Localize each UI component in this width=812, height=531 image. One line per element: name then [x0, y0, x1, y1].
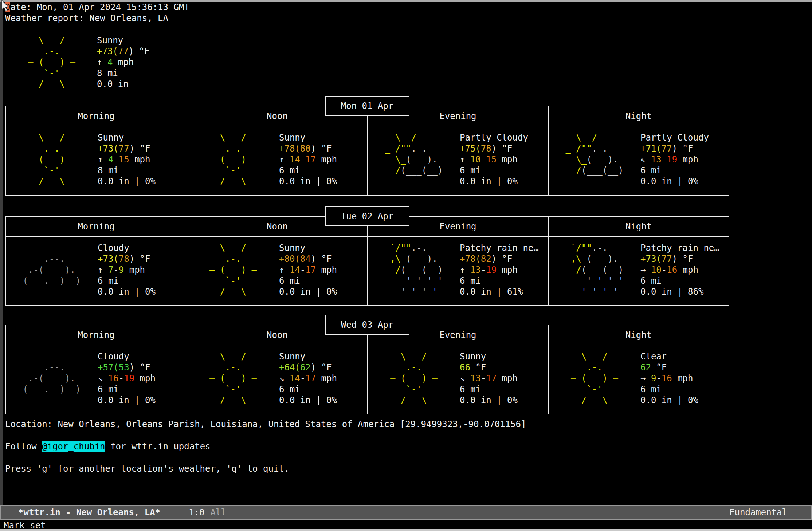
forecast-cell-evening: \ / .-. ― ( ) ― `-' / \Sunny66 °F↘ 13-17… — [367, 345, 548, 414]
temperature-text: 66 °F — [460, 362, 518, 373]
wind-text: ↘ 14-17 mph — [279, 373, 337, 384]
minibuffer-message: Mark set — [4, 520, 46, 531]
temperature-text: +64(62) °F — [279, 362, 337, 373]
temperature-text: +73(78) °F — [98, 253, 156, 264]
temperature-text: +75(78) °F — [460, 143, 528, 154]
condition-text: Sunny — [460, 351, 518, 362]
day-label-text: Mon 01 Apr — [341, 101, 394, 111]
condition-text: Clear — [640, 351, 698, 362]
forecast-cell-evening: _`/"".-. ,\_( ). /(___(__) ' ' ' ' ' ' '… — [367, 237, 548, 305]
visibility-text: 6 mi — [460, 275, 539, 286]
temperature-text: +78(80) °F — [279, 143, 337, 154]
major-mode-name[interactable]: Fundamental — [729, 507, 787, 518]
column-header-text: Evening — [439, 221, 476, 232]
emacs-frame: Date: Mon, 01 Apr 2024 15:36:13 GMT Weat… — [0, 0, 812, 531]
condition-text: Sunny — [279, 132, 337, 143]
forecast-cell-text: Sunny+80(84) °F↑ 14-17 mph6 mi0.0 in | 0… — [279, 243, 337, 305]
wind-text: ↘ 16-19 mph — [98, 373, 156, 384]
wind-text: ↑ 10-15 mph — [460, 154, 528, 165]
condition-text: Cloudy — [98, 351, 156, 362]
visibility-text: 8 mi — [98, 165, 156, 176]
temperature-text: +73(77) °F — [640, 253, 719, 264]
forecast-cell-text: Patchy rain ne…+78(82) °F↑ 13-19 mph6 mi… — [460, 243, 539, 305]
wind-text: ↑ 4-15 mph — [98, 154, 156, 165]
column-header-night: Night — [548, 217, 729, 236]
column-header-morning: Morning — [6, 325, 187, 345]
forecast-cell-night: \ / .-. ― ( ) ― `-' / \Clear62 °F→ 9-16 … — [548, 345, 729, 414]
weather-icon-sunny: \ / .-. ― ( ) ― `-' / \ — [6, 132, 98, 195]
column-header-text: Noon — [267, 221, 288, 232]
weather-icon-sunny: \ / .-. ― ( ) ― `-' / \ — [17, 35, 75, 90]
emacs-mode-line[interactable]: *wttr.in - New Orleans, LA* 1:0 All Fund… — [0, 505, 812, 520]
wind-text: ↑ 14-17 mph — [279, 154, 337, 165]
forecast-cell-text: Cloudy+73(78) °F↑ 7-9 mph6 mi0.0 in | 0% — [98, 243, 156, 305]
keybinding-hint-line: Press 'g' for another location's weather… — [5, 463, 289, 474]
forecast-cell-morning: .--. .-( ). (___.__)__) Cloudy+73(78) °F… — [6, 237, 187, 305]
day-label-text: Tue 02 Apr — [341, 211, 394, 222]
forecast-cell-text: Sunny+64(62) °F↘ 14-17 mph6 mi0.0 in | 0… — [279, 351, 337, 414]
condition-text: Partly Cloudy — [640, 132, 709, 143]
visibility-text: 6 mi — [98, 275, 156, 286]
wind-text: ↑ 13-19 mph — [460, 264, 539, 275]
forecast-cell-text: Sunny+73(77) °F↑ 4-15 mph8 mi0.0 in | 0% — [98, 132, 156, 195]
column-header-night: Night — [548, 106, 729, 126]
weather-icon-sunny: \ / .-. ― ( ) ― `-' / \ — [187, 351, 279, 414]
precipitation-text: 0.0 in | 0% — [279, 395, 337, 406]
wind-text: ↖ 13-19 mph — [640, 154, 709, 165]
forecast-cell-noon: \ / .-. ― ( ) ― `-' / \Sunny+64(62) °F↘ … — [187, 345, 367, 414]
forecast-cell-morning: .--. .-( ). (___.__)__) Cloudy+57(53) °F… — [6, 345, 187, 414]
visibility-text: 6 mi — [98, 384, 156, 395]
wind-text: → 10-16 mph — [640, 264, 719, 275]
wind-text: → 9-16 mph — [640, 373, 698, 384]
window-bottom-edge — [0, 529, 812, 531]
weather-icon-partly: \ / _ /"".-. \_( ). /(___(__) — [368, 132, 460, 195]
weather-icon-rain: _`/"".-. ,\_( ). /(___(__) ' ' ' ' ' ' '… — [549, 243, 640, 305]
temperature-text: +80(84) °F — [279, 253, 337, 264]
forecast-cell-morning: \ / .-. ― ( ) ― `-' / \Sunny+73(77) °F↑ … — [6, 126, 187, 195]
temperature-text: 62 °F — [640, 362, 698, 373]
column-header-text: Evening — [439, 111, 476, 122]
weather-icon-rain: _`/"".-. ,\_( ). /(___(__) ' ' ' ' ' ' '… — [368, 243, 460, 305]
forecast-cell-noon: \ / .-. ― ( ) ― `-' / \Sunny+80(84) °F↑ … — [187, 237, 367, 305]
forecast-cell-text: Partly Cloudy+75(78) °F↑ 10-15 mph6 mi0.… — [460, 132, 528, 195]
column-header-text: Evening — [439, 330, 476, 341]
precipitation-text: 0.0 in | 61% — [460, 286, 539, 297]
cursor-position: 1:0 — [189, 507, 204, 518]
forecast-table-wed-03-apr: Wed 03 AprMorningNoonEveningNight .--. .… — [5, 324, 729, 414]
weather-icon-partly: \ / _ /"".-. \_( ). /(___(__) — [549, 132, 640, 195]
buffer-name[interactable]: *wttr.in - New Orleans, LA* — [18, 507, 160, 518]
precipitation-text: 0.0 in | 0% — [98, 176, 156, 187]
condition-text: Patchy rain ne… — [640, 243, 719, 253]
condition-text: Patchy rain ne… — [460, 243, 539, 253]
day-label-text: Wed 03 Apr — [341, 319, 394, 330]
forecast-cell-text: Patchy rain ne…+73(77) °F→ 10-16 mph6 mi… — [640, 243, 719, 305]
day-label: Tue 02 Apr — [325, 206, 409, 226]
forecast-table-tue-02-apr: Tue 02 AprMorningNoonEveningNight .--. .… — [5, 216, 729, 306]
visibility-text: 8 mi — [97, 68, 150, 79]
temperature-text: +73(77) °F — [98, 143, 156, 154]
precipitation-text: 0.0 in | 0% — [460, 395, 518, 406]
visibility-text: 6 mi — [460, 165, 528, 176]
precipitation-text: 0.0 in | 0% — [640, 395, 698, 406]
column-header-morning: Morning — [6, 217, 187, 236]
weather-icon-cloudy: .--. .-( ). (___.__)__) — [6, 351, 98, 414]
visibility-text: 6 mi — [279, 165, 337, 176]
column-header-text: Noon — [267, 111, 288, 122]
visibility-text: 6 mi — [279, 384, 337, 395]
forecast-cell-noon: \ / .-. ― ( ) ― `-' / \Sunny+78(80) °F↑ … — [187, 126, 367, 195]
condition-text: Cloudy — [98, 243, 156, 253]
location-line: Location: New Orleans, Orleans Parish, L… — [5, 419, 526, 430]
mouse-pointer-icon — [1, 0, 10, 12]
temperature-text: +73(77) °F — [97, 46, 150, 57]
column-header-night: Night — [548, 325, 729, 345]
wind-text: ↑ 7-9 mph — [98, 264, 156, 275]
weather-icon-sunny: \ / .-. ― ( ) ― `-' / \ — [368, 351, 460, 414]
precipitation-text: 0.0 in — [97, 79, 150, 90]
precipitation-text: 0.0 in | 0% — [460, 176, 528, 187]
precipitation-text: 0.0 in | 0% — [279, 176, 337, 187]
column-header-text: Night — [625, 111, 652, 122]
temperature-text: +78(82) °F — [460, 253, 539, 264]
day-label: Mon 01 Apr — [325, 96, 409, 116]
emacs-left-fringe — [0, 2, 3, 505]
weather-report-title: Weather report: New Orleans, LA — [5, 13, 168, 24]
